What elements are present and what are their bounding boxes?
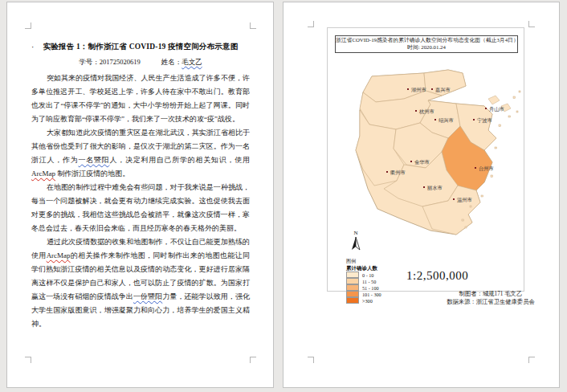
paragraph[interactable]: 大家都知道此次疫情的重灾区是在湖北武汉，其实浙江省相比于其他省份也受到了很大的影… xyxy=(31,126,250,181)
legend-label: >300 xyxy=(362,298,373,304)
map-title-box: 浙江省COVID-19感染者的累计确诊人数空间分布动态变化图（截止3月4日） 时… xyxy=(335,35,518,53)
city-label: 湖州市 xyxy=(411,87,426,92)
map-legend: 图例 累计确诊人数 0 - 10 11 - 50 51 - 100 101 - … xyxy=(346,258,381,304)
north-label: N xyxy=(349,231,363,236)
legend-label: 101 - 300 xyxy=(362,292,381,297)
city-label: 台州市 xyxy=(479,165,494,171)
crop-mark-icon xyxy=(250,357,256,363)
paragraph[interactable]: 在地图的制作过程中难免会有些问题，对于我来说是一种挑战，每当一个问题被解决，就会… xyxy=(31,181,250,235)
legend-swatch xyxy=(346,284,359,291)
report-title[interactable]: 实验报告 1：制作浙江省 COVID-19 疫情空间分布示意图 xyxy=(31,42,250,52)
city-label: 嘉兴市 xyxy=(435,87,451,93)
document-page-1[interactable]: · 实验报告 1：制作浙江省 COVID-19 疫情空间分布示意图 学号：201… xyxy=(6,2,274,388)
legend-swatch xyxy=(346,291,359,297)
paragraph-text: 人，决定利用自己所学的相关知识，使用 xyxy=(109,156,250,164)
crop-mark-icon xyxy=(25,357,31,363)
legend-swatch xyxy=(346,278,359,284)
city-label: 温州市 xyxy=(457,197,472,203)
grammar-marked-text: 一名暨阳 xyxy=(78,156,109,164)
city-label: 舟山市 xyxy=(489,106,504,112)
city-label: 绍兴市 xyxy=(439,117,454,124)
credit-source: 数据来源：浙江省卫生健康委员会 xyxy=(426,298,555,306)
legend-label: 0 - 10 xyxy=(362,272,373,278)
paragraph-text: 突如其来的疫情对我国经济、人民生产生活造成了许多不便，许多单位推迟开工、学校延迟… xyxy=(31,74,250,123)
north-arrow: N xyxy=(349,231,363,254)
crop-mark-icon xyxy=(528,357,535,363)
document-page-2[interactable]: 湖州市 嘉兴市 杭州市 绍兴市 宁波市 舟山市 衢州市 金华市 台州市 丽水市 … xyxy=(283,2,560,388)
map-credits: 制图者：城规171 毛文乙 数据来源：浙江省卫生健康委员会 xyxy=(426,290,555,305)
spell-marked-text: ArcMap xyxy=(31,169,55,178)
city-label: 宁波市 xyxy=(477,117,492,124)
legend-item: 0 - 10 xyxy=(346,272,381,278)
legend-item: 51 - 100 xyxy=(346,284,381,291)
city-label: 金华市 xyxy=(414,159,430,165)
legend-subtitle: 累计确诊人数 xyxy=(346,264,381,272)
student-meta-line[interactable]: 学号：201725020619 姓名：毛文乙 xyxy=(31,58,250,67)
crop-mark-icon xyxy=(528,21,535,27)
legend-label: 51 - 100 xyxy=(362,285,379,291)
legend-swatch xyxy=(346,272,359,278)
map-title: 浙江省COVID-19感染者的累计确诊人数空间分布动态变化图（截止3月4日） xyxy=(336,37,517,44)
crop-mark-icon xyxy=(308,357,314,363)
paragraph-text: 在地图的制作过程中难免会有些问题，对于我来说是一种挑战，每当一个问题被解决，就会… xyxy=(31,183,250,232)
city-label: 杭州市 xyxy=(418,108,434,115)
spell-marked-text: ArcMap xyxy=(47,251,71,259)
legend-item: 11 - 50 xyxy=(346,278,381,284)
crop-mark-icon xyxy=(25,22,31,29)
student-id: 学号：201725020619 xyxy=(79,58,141,67)
crop-mark-icon xyxy=(250,22,256,29)
report-body[interactable]: 突如其来的疫情对我国经济、人民生产生活造成了许多不便，许多单位推迟开工、学校延迟… xyxy=(31,71,250,331)
legend-label: 11 - 50 xyxy=(362,279,376,284)
north-arrow-icon xyxy=(349,236,362,251)
city-label: 衢州市 xyxy=(390,169,406,176)
map-scale: 1:2,500,000 xyxy=(406,269,468,283)
paragraph-text: 制作浙江疫情的地图。 xyxy=(55,169,129,178)
crop-mark-icon xyxy=(308,21,314,27)
city-regions xyxy=(356,70,496,235)
city-label: 丽水市 xyxy=(427,185,443,191)
map-figure[interactable]: 湖州市 嘉兴市 杭州市 绍兴市 宁波市 舟山市 衢州市 金华市 台州市 丽水市 … xyxy=(327,27,524,292)
paragraph[interactable]: 突如其来的疫情对我国经济、人民生产生活造成了许多不便，许多单位推迟开工、学校延迟… xyxy=(31,71,250,126)
student-name: 姓名：毛文乙 xyxy=(161,58,202,67)
grammar-marked-text: 一份暨阳 xyxy=(133,292,162,300)
map-title-time: 时间: 2020.01.24 xyxy=(336,44,517,51)
legend-item: >300 xyxy=(346,297,381,304)
legend-swatch xyxy=(346,297,359,304)
credit-author: 制图者：城规171 毛文乙 xyxy=(426,290,555,298)
legend-title: 图例 xyxy=(346,258,381,264)
paragraph[interactable]: 通过此次疫情数据的收集和地图制作，不仅让自己能更加熟练的使用ArcMap的相关操… xyxy=(31,235,250,331)
legend-item: 101 - 300 xyxy=(346,291,381,297)
word-canvas: { "page1": { "bullet": "·", "title": "实验… xyxy=(0,0,567,392)
